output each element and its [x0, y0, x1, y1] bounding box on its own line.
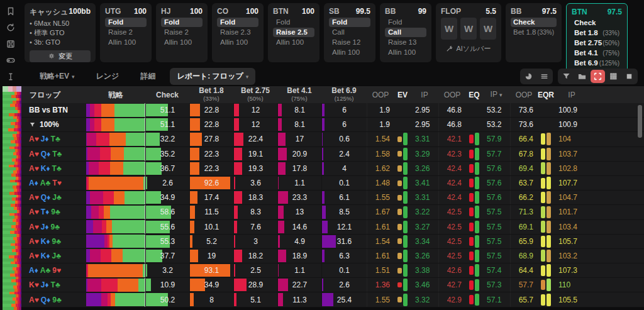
action-frequency-cell: 22.3: [189, 162, 233, 175]
column-header-oop[interactable]: OOP: [367, 91, 394, 99]
action-raise-13[interactable]: Raise 13: [385, 38, 426, 47]
table-row[interactable]: A♥K♦T♣36.722.319.317.841.623.2642.457.66…: [21, 162, 644, 176]
table-row[interactable]: A♥Q♦9♣50.285.111.325.41.553.3242.957.165…: [21, 292, 644, 307]
text-cursor-icon[interactable]: [6, 72, 16, 82]
btn-action-bet-2-75[interactable]: Bet 2.75(50%): [572, 38, 622, 48]
change-settings-button[interactable]: 変更: [30, 50, 91, 62]
row-label: 100%: [40, 120, 59, 129]
action-allin-100[interactable]: Allin 100: [217, 38, 258, 47]
table-row[interactable]: A♦A♣9♥3.293.12.51.10.11.513.3842.657.464…: [21, 263, 644, 278]
action-allin-100[interactable]: Allin 100: [161, 38, 203, 47]
metric-chips: [466, 162, 482, 175]
action-allin-100[interactable]: Allin 100: [329, 48, 370, 57]
value-chip: [547, 206, 551, 218]
column-header-oop[interactable]: OOP: [510, 91, 538, 99]
bb-action-check[interactable]: Check: [511, 18, 557, 27]
column-header-strategy[interactable]: 戦略: [86, 91, 145, 99]
vertical-scrollbar-thumb[interactable]: [638, 105, 642, 138]
table-row[interactable]: K♥J♦T♣10.934.928.922.72.61.363.4642.757.…: [21, 278, 644, 292]
column-header-action[interactable]: Check: [145, 91, 189, 99]
pie-chart-icon[interactable]: [521, 70, 536, 83]
action-fold[interactable]: Fold: [217, 18, 258, 27]
column-header-ip[interactable]: IP: [411, 91, 438, 99]
action-frequency-cell: 35.2: [145, 147, 189, 161]
setting-3bet: 3b: GTO: [30, 38, 91, 47]
value-chip: [403, 294, 408, 306]
column-header-ip[interactable]: IP: [554, 91, 589, 99]
table-row[interactable]: BB vs BTN51.122.8128.161.92.9546.853.273…: [21, 103, 644, 118]
action-fold[interactable]: Fold: [329, 18, 370, 27]
history-icon[interactable]: [6, 23, 16, 33]
metric-chips: [466, 132, 482, 146]
bb-action-bet-1-8[interactable]: Bet 1.8(33%): [511, 28, 557, 37]
column-header-action[interactable]: Bet 1.8(33%): [189, 87, 233, 102]
column-header-metric[interactable]: EV: [394, 91, 411, 99]
action-allin-100[interactable]: Allin 100: [273, 38, 314, 47]
table-row[interactable]: A♥J♦9♣55.610.17.614.612.11.613.2742.557.…: [21, 220, 644, 235]
action-frequency-cell: 28.9: [233, 278, 277, 292]
metric-chips: [538, 220, 554, 234]
ai-solver-button[interactable]: AIソルバー: [441, 44, 496, 53]
grid-icon[interactable]: [606, 70, 621, 83]
table-row[interactable]: A♥J♦T♣32.227.822.4170.61.543.3142.157.96…: [21, 132, 644, 147]
metric-chips: [466, 103, 482, 117]
btn-action-check[interactable]: Check: [572, 18, 622, 28]
card-label: J♦: [41, 135, 49, 143]
card-label: 9♣: [51, 223, 60, 231]
strategy-segment: [114, 104, 145, 117]
btn-action-bet-6-9[interactable]: Bet 6.9(125%): [572, 58, 622, 68]
metric-chips: [538, 118, 554, 131]
position-stack: 100: [134, 7, 147, 16]
action-raise-12[interactable]: Raise 12: [329, 38, 370, 47]
btn-action-bet-4-1[interactable]: Bet 4.1(75%): [572, 48, 622, 58]
square-icon[interactable]: [622, 70, 636, 83]
gamepad-icon[interactable]: [6, 55, 16, 65]
action-call[interactable]: Call: [385, 28, 426, 37]
action-fold[interactable]: Fold: [105, 18, 147, 27]
metric-chips: [538, 278, 554, 292]
table-row[interactable]: A♥T♦9♣58.611.58.3138.51.673.2242.557.571…: [21, 205, 644, 219]
column-header-flop[interactable]: フロップ: [21, 91, 86, 99]
tab-report-flop[interactable]: レポート: フロップ▾: [170, 68, 255, 85]
oop-value: 42.5: [438, 235, 466, 248]
table-row[interactable]: A♥Q♦J♣34.917.418.323.36.11.553.3142.457.…: [21, 191, 644, 205]
position-name: BTN: [273, 7, 289, 16]
btn-action-bet-1-8[interactable]: Bet 1.8(33%): [572, 28, 622, 38]
action-allin-100[interactable]: Allin 100: [105, 38, 147, 47]
action-fold[interactable]: Fold: [273, 18, 314, 27]
table-row[interactable]: A♥K♦9♣55.35.234.931.61.543.3442.557.565.…: [21, 235, 644, 249]
folder-icon[interactable]: [575, 70, 589, 83]
table-row[interactable]: A♥Q♦T♣35.222.319.120.92.41.583.2942.357.…: [21, 147, 644, 162]
action-allin-100[interactable]: Allin 100: [385, 48, 426, 57]
column-header-ip[interactable]: IP▾: [482, 91, 510, 99]
table-row[interactable]: A♥K♦J♣37.71918.218.96.31.613.2642.557.56…: [21, 249, 644, 263]
column-header-action[interactable]: Bet 2.75(50%): [233, 87, 277, 102]
ip-value: 100.9: [554, 103, 589, 117]
action-fold[interactable]: Fold: [385, 18, 426, 27]
column-header-oop[interactable]: OOP: [438, 91, 466, 99]
tab[interactable]: レンジ: [89, 68, 126, 85]
column-header-action[interactable]: Bet 4.1(75%): [277, 87, 321, 102]
column-header-metric[interactable]: EQR: [538, 91, 554, 99]
action-fold[interactable]: Fold: [161, 18, 203, 27]
column-header-metric[interactable]: EQ: [466, 91, 482, 99]
tab[interactable]: 詳細: [133, 68, 162, 85]
bookmark-icon[interactable]: [6, 6, 16, 16]
card-label: A♦: [29, 179, 38, 187]
flop-cell: A♥J♦T♣: [21, 132, 86, 146]
save-icon[interactable]: [6, 39, 16, 49]
action-raise-2-3[interactable]: Raise 2.3: [217, 28, 258, 37]
list-icon[interactable]: [537, 70, 552, 83]
oop-value: 68.9: [510, 249, 538, 263]
action-raise-2[interactable]: Raise 2: [105, 28, 147, 37]
chevron-down-icon[interactable]: ▾: [499, 92, 502, 98]
table-row[interactable]: A♦A♣T♥2.692.63.61.10.11.483.4142.457.663…: [21, 176, 644, 191]
select-region-icon[interactable]: [591, 70, 605, 83]
action-call[interactable]: Call: [329, 28, 370, 37]
action-raise-2[interactable]: Raise 2: [161, 28, 203, 37]
table-row[interactable]: 100%51.122.8128.161.92.9546.853.273.6100…: [21, 118, 644, 132]
action-raise-2-5[interactable]: Raise 2.5: [273, 28, 314, 37]
tab[interactable]: 戦略+EV▾: [33, 68, 82, 85]
column-header-action[interactable]: Bet 6.9(125%): [321, 87, 367, 102]
filter-icon[interactable]: [559, 70, 574, 83]
